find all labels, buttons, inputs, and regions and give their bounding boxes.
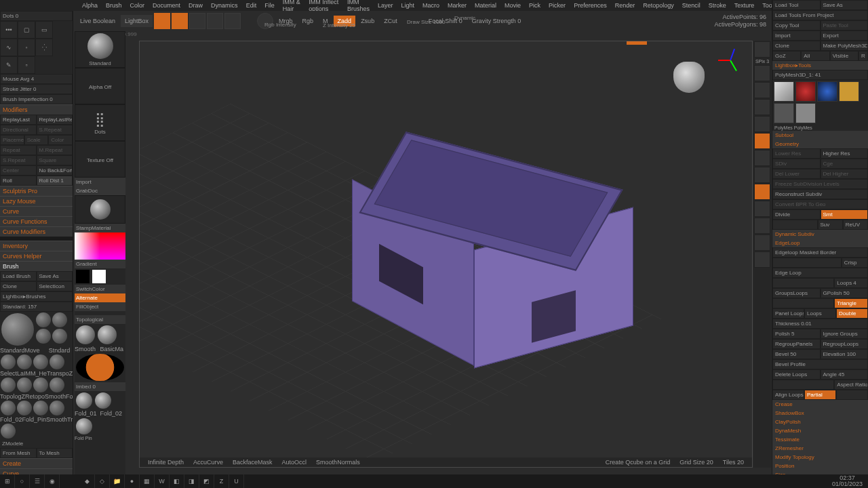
rgb-button[interactable]: Rgb — [298, 18, 318, 24]
texture-slot[interactable]: Texture Off — [75, 141, 125, 178]
infinite-depth-toggle[interactable]: Infinite Depth — [148, 459, 184, 466]
alternate-button[interactable]: Alternate — [75, 293, 125, 302]
zcut-button[interactable]: ZCut — [380, 18, 401, 24]
to-mesh-button[interactable]: To Mesh — [37, 448, 73, 458]
search-icon[interactable]: ○ — [15, 474, 30, 488]
rotate-nav-button[interactable] — [754, 235, 770, 251]
bevel-slider[interactable]: Bevel 50 — [772, 349, 821, 359]
higher-res[interactable]: Higher Res — [821, 148, 869, 159]
sdiv-slider[interactable]: SDiv — [772, 159, 821, 169]
from-mesh-button[interactable]: From Mesh — [0, 448, 37, 458]
color-opt[interactable]: Color — [48, 135, 73, 145]
reuv-toggle[interactable]: ReUV — [843, 220, 868, 230]
scale-opt[interactable]: Scale — [24, 135, 49, 145]
double-toggle[interactable]: Double — [836, 308, 868, 319]
replay-last[interactable]: ReplayLast — [0, 115, 37, 125]
menu-stroke[interactable]: Stroke — [705, 2, 730, 9]
fold02-brush[interactable] — [95, 392, 111, 409]
app2-icon[interactable]: ◇ — [95, 474, 110, 488]
zbrush-icon[interactable]: Z — [214, 474, 229, 488]
menu-render[interactable]: Render — [611, 2, 639, 9]
tool-star-icon[interactable] — [774, 103, 794, 123]
color-picker[interactable] — [75, 232, 125, 260]
fill-object-button[interactable]: FillObject — [75, 302, 125, 311]
export-button[interactable]: Export — [821, 30, 869, 41]
zremesher-header[interactable]: ZRemesher — [772, 444, 868, 453]
app3-icon[interactable]: 📁 — [110, 474, 125, 488]
menu-texture[interactable]: Texture — [730, 2, 759, 9]
depth-curve[interactable] — [76, 354, 124, 381]
elevation-slider[interactable]: Elevation 100 — [821, 349, 869, 359]
make-polymesh-button[interactable]: Make PolyMesh3D — [821, 41, 869, 51]
brush-transpo2-icon[interactable] — [50, 401, 64, 415]
select-icon-button[interactable]: SelectIcon — [37, 281, 73, 291]
foldpin-brush[interactable] — [76, 418, 92, 434]
brush-fold02-icon[interactable] — [1, 401, 16, 415]
paste-tool-button[interactable]: Paste Tool — [821, 20, 869, 30]
freehand2-icon[interactable]: ✎ — [0, 56, 18, 74]
bevel-profile[interactable]: Bevel Profile — [772, 359, 868, 369]
tessimate-header[interactable]: Tessimate — [772, 435, 868, 444]
system-clock[interactable]: 02:37 01/01/2023 — [827, 475, 868, 487]
smooth-brush-icon[interactable] — [76, 325, 95, 344]
dynamic-subdiv-header[interactable]: Dynamic Subdiv — [772, 230, 868, 239]
menu-prefs[interactable]: Preferences — [570, 2, 611, 9]
pers-flat-button[interactable] — [754, 65, 770, 81]
inventory-header[interactable]: Inventory — [0, 241, 73, 251]
modify-topology-header[interactable]: Modify Topology — [772, 453, 868, 462]
save-as-button[interactable]: Save As — [821, 0, 869, 10]
replay-last-rel[interactable]: ReplayLastRel — [37, 115, 73, 125]
xyz-button[interactable] — [754, 251, 770, 268]
brush-standard-icon[interactable] — [1, 313, 34, 346]
del-higher[interactable]: Del Higher — [821, 169, 869, 179]
copy-tool-button[interactable]: Copy Tool — [772, 20, 821, 30]
chrome-icon[interactable]: ● — [125, 474, 140, 488]
draw-button[interactable] — [172, 13, 188, 29]
create-qcube-button[interactable]: Create Qcube on a Grid — [606, 459, 671, 466]
material-slot[interactable] — [75, 195, 125, 224]
crisp-toggle[interactable]: Crisp — [842, 258, 868, 268]
tool-zsphere-icon[interactable] — [795, 81, 816, 102]
camera-thumbnail[interactable] — [673, 62, 705, 93]
menu-movie[interactable]: Movie — [500, 2, 525, 9]
placement[interactable]: Placement — [0, 135, 24, 145]
angle-slider[interactable]: Angle 45 — [821, 369, 869, 380]
shadowbox-header[interactable]: ShadowBox — [772, 409, 868, 418]
secondary-color[interactable] — [76, 270, 90, 283]
app5-icon[interactable]: ◨ — [184, 474, 199, 488]
loops2[interactable]: Loops — [804, 308, 836, 319]
bpr-button[interactable] — [754, 41, 770, 58]
sculptris-header[interactable]: Sculptris Pro — [0, 186, 73, 196]
dynamic-solo-button[interactable] — [754, 150, 770, 166]
center-toggle[interactable]: Center — [0, 165, 37, 176]
load-brush-button[interactable]: Load Brush — [0, 271, 37, 281]
brush-immhe-icon[interactable] — [17, 354, 32, 369]
draw-size-slider[interactable]: Draw Size 1000 — [407, 19, 445, 25]
goz-button[interactable]: GoZ — [772, 51, 801, 61]
aspect-ratio[interactable]: Aspect Ratio 25 — [834, 380, 868, 390]
load-from-project-button[interactable]: Load Tools From Project — [772, 10, 868, 20]
no-back-forth[interactable]: No Back&Forth — [37, 165, 73, 176]
loops-slider[interactable]: Loops 4 — [834, 278, 868, 288]
freeze-subdiv[interactable]: Freeze SubDivision Levels — [772, 179, 868, 189]
accucurve-toggle[interactable]: AccuCurve — [193, 459, 223, 466]
gradient-toggle[interactable]: Gradient — [75, 260, 125, 268]
menu-picker[interactable]: Picker — [545, 2, 570, 9]
lower-res[interactable]: Lower Res — [772, 148, 821, 159]
local-button[interactable] — [754, 99, 770, 115]
brush-zremesh-icon[interactable] — [50, 354, 64, 369]
dynamic-toggle[interactable]: Dynamic — [454, 15, 475, 21]
ignore-groups[interactable]: Ignore Groups — [821, 329, 869, 339]
fold01-brush[interactable] — [76, 392, 92, 409]
rect2-icon[interactable]: ▫ — [18, 56, 35, 74]
tiles-slider[interactable]: Tiles 20 — [723, 459, 744, 466]
s-repeat[interactable]: S.Repeat — [37, 125, 73, 135]
brush-zretopo-icon[interactable] — [17, 378, 32, 392]
brush-claybuild-icon[interactable] — [36, 329, 51, 344]
dots-slider[interactable]: Dots 0 — [0, 11, 73, 21]
switch-color-button[interactable]: SwitchColor — [75, 285, 125, 293]
menu-stencil[interactable]: Stencil — [678, 2, 705, 9]
solo-button[interactable] — [754, 167, 770, 183]
directional-toggle[interactable]: Directional — [0, 125, 37, 135]
menu-dynamics[interactable]: Dynamics — [207, 2, 242, 9]
